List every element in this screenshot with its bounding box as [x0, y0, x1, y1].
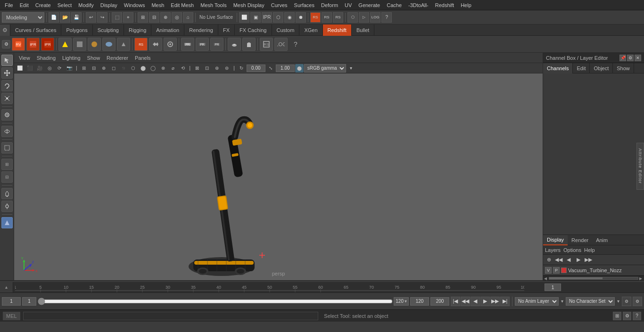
max-frame-input[interactable]: [430, 297, 449, 306]
cam-btn2[interactable]: ▣: [250, 12, 261, 23]
menu-edit[interactable]: Edit: [17, 1, 32, 9]
rs-btn2[interactable]: RS: [322, 12, 332, 23]
vp-icon-14[interactable]: ⟲: [178, 64, 188, 73]
vp-icon-9[interactable]: ⬡: [129, 64, 138, 73]
shelf-icon-3[interactable]: IPR: [41, 38, 54, 51]
help-menu[interactable]: Help: [584, 247, 595, 253]
tab-rendering[interactable]: Rendering: [184, 24, 218, 36]
vp-icon-20[interactable]: ⤡: [266, 64, 275, 73]
rph-pin[interactable]: 📌: [619, 55, 626, 61]
vp-icon-wire[interactable]: ⊟: [89, 64, 99, 73]
menu-uv[interactable]: UV: [342, 1, 355, 9]
lasso-btn[interactable]: ⌖: [123, 12, 133, 23]
vp-icon-10[interactable]: ⬤: [139, 64, 148, 73]
transport-play[interactable]: ▶: [480, 297, 490, 306]
redshift-log-btn[interactable]: LOG: [370, 12, 380, 23]
end-frame-input[interactable]: [410, 297, 429, 306]
universal-tool[interactable]: [1, 109, 13, 121]
vp-icon-8[interactable]: ◾: [119, 64, 128, 73]
transport-prev-key[interactable]: ◀◀: [461, 297, 470, 306]
tab-fx-caching[interactable]: FX Caching: [235, 24, 272, 36]
menu-modify[interactable]: Modify: [75, 1, 96, 9]
layer-next2-btn[interactable]: ▶▶: [584, 256, 593, 264]
soft-select-tool[interactable]: [1, 126, 13, 137]
vp-icon-12[interactable]: ⊗: [158, 64, 168, 73]
layer-visibility-btn[interactable]: V: [545, 267, 552, 274]
shelf-icon-1[interactable]: RV: [12, 38, 25, 51]
layer-row-vacuum[interactable]: V P Vacuum_Turbine_Nozz: [543, 265, 644, 275]
transform-tool[interactable]: ⊞: [1, 159, 13, 170]
cam-btn5[interactable]: ⏺: [296, 12, 306, 23]
menu-windows[interactable]: Windows: [121, 1, 148, 9]
menu-mesh[interactable]: Mesh: [149, 1, 167, 9]
layer-prev-btn[interactable]: ◀◀: [554, 256, 563, 264]
transport-next-key[interactable]: ▶▶: [490, 297, 500, 306]
tab-xgen[interactable]: XGen: [299, 24, 322, 36]
status-icon-2[interactable]: ⚙: [623, 312, 631, 320]
shelf-icon-2[interactable]: IPR: [26, 38, 40, 51]
vp-icon-5[interactable]: ⟳: [55, 64, 64, 73]
layer-tab-display[interactable]: Display: [543, 235, 568, 245]
paint-tool[interactable]: [1, 188, 13, 199]
ch-tab-channels[interactable]: Channels: [543, 63, 573, 73]
playback-settings-btn[interactable]: ⚙: [633, 297, 642, 306]
layer-tab-render[interactable]: Render: [568, 235, 592, 245]
frame-range-slider[interactable]: [38, 300, 393, 303]
layer-playback-btn[interactable]: P: [553, 267, 560, 274]
range-start-input[interactable]: [22, 297, 36, 306]
viewport-3d[interactable]: persp X Y Z: [14, 73, 543, 280]
shelf-icon-rs10[interactable]: PR: [196, 38, 209, 51]
shelf-icon-rs14[interactable]: RS: [260, 38, 273, 51]
rph-settings[interactable]: ⚙: [627, 55, 634, 61]
vp-icon-3[interactable]: 🎥: [35, 64, 44, 73]
vp-icon-17[interactable]: ⊛: [212, 64, 222, 73]
menu-surfaces[interactable]: Surfaces: [291, 1, 317, 9]
menu-redshift[interactable]: Redshift: [432, 1, 457, 9]
transport-step-back[interactable]: ◀: [471, 297, 480, 306]
menu-create[interactable]: Create: [33, 1, 54, 9]
start-frame-input[interactable]: [2, 297, 21, 306]
menu-deform[interactable]: Deform: [318, 1, 341, 9]
vp-icon-grid[interactable]: ⊞: [79, 64, 89, 73]
move-tool[interactable]: [1, 67, 13, 79]
tab-curves-surfaces[interactable]: Curves / Surfaces: [10, 24, 61, 36]
vp-colorspace-dropdown[interactable]: sRGB gamma Linear: [304, 64, 346, 73]
options-menu[interactable]: Options: [563, 247, 581, 253]
menu-generate[interactable]: Generate: [355, 1, 383, 9]
vp-icon-2[interactable]: ⬛: [25, 64, 34, 73]
rotate-tool[interactable]: [1, 80, 13, 91]
shelf-icon-rs3[interactable]: [88, 38, 101, 51]
status-icon-help[interactable]: ?: [633, 312, 641, 320]
shelf-icon-rs9[interactable]: PR: [181, 38, 194, 51]
shelf-icon-rs5[interactable]: [117, 38, 130, 51]
snap-btn3[interactable]: ⊕: [160, 12, 171, 23]
tab-fx[interactable]: FX: [218, 24, 235, 36]
menu-cache[interactable]: Cache: [384, 1, 405, 9]
save-scene-btn[interactable]: 💾: [71, 12, 82, 23]
attribute-editor-tab[interactable]: Attribute Editor: [636, 143, 644, 190]
scroll-track[interactable]: [549, 277, 638, 280]
transport-goto-end[interactable]: ▶|: [500, 297, 510, 306]
vp-rotate-input[interactable]: [247, 65, 265, 72]
tab-redshift[interactable]: Redshift: [323, 24, 352, 36]
ch-tab-edit[interactable]: Edit: [573, 63, 590, 73]
vp-icon-cam[interactable]: ⬤: [295, 64, 304, 73]
vp-scale-input[interactable]: [276, 65, 295, 72]
mel-python-toggle[interactable]: MEL: [3, 312, 20, 320]
shelf-icon-help[interactable]: ?: [289, 38, 302, 51]
vp-icon-1[interactable]: ⬜: [15, 64, 25, 73]
vp-icon-6[interactable]: 📷: [65, 64, 74, 73]
tab-polygons[interactable]: Polygons: [61, 24, 92, 36]
viewport-menu-show[interactable]: Show: [84, 54, 103, 62]
tab-bullet[interactable]: Bullet: [352, 24, 375, 36]
viewport-menu-renderer[interactable]: Renderer: [104, 54, 131, 62]
shelf-icon-rs15[interactable]: LOG: [274, 38, 288, 51]
scale-tool[interactable]: [1, 93, 13, 104]
layer-color-swatch[interactable]: [561, 267, 567, 273]
shelf-settings-icon[interactable]: ⚙: [2, 40, 10, 49]
menu-3dtoall[interactable]: -3DtoAll-: [405, 1, 431, 9]
viewport-menu-lighting[interactable]: Lighting: [59, 54, 83, 62]
vp-icon-11[interactable]: ◯: [149, 64, 158, 73]
ch-tab-show[interactable]: Show: [613, 63, 634, 73]
vp-icon-smooth[interactable]: ⊕: [99, 64, 108, 73]
